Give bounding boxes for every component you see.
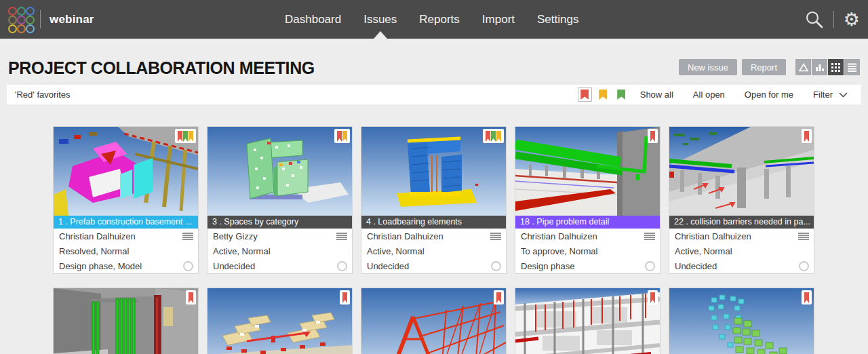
issue-status: To approve, Normal [521, 246, 597, 256]
card-menu-icon[interactable] [644, 233, 655, 240]
issue-phase: Undecided [213, 261, 255, 271]
nav-reports[interactable]: Reports [419, 0, 460, 39]
red-bookmark-icon [189, 292, 193, 303]
issue-card-row2-2[interactable] [207, 288, 353, 354]
nav-settings[interactable]: Settings [537, 0, 578, 39]
issue-thumbnail[interactable] [361, 288, 506, 354]
issue-thumbnail[interactable] [54, 127, 198, 216]
issue-title[interactable]: 1 . Prefab construction basement ... [54, 216, 198, 229]
issue-card-1[interactable]: 1 . Prefab construction basement ... Chr… [53, 126, 199, 274]
issue-card-4[interactable]: 4 . Loadbearing elements Christian Dalhu… [361, 126, 507, 274]
issue-card-3[interactable]: 3 . Spaces by category Betty Gizzy Activ… [207, 126, 353, 274]
logo-circle [26, 7, 35, 16]
bookmark-badge[interactable] [340, 290, 350, 304]
bookmark-badge[interactable] [802, 290, 812, 304]
issue-thumbnail[interactable] [208, 127, 352, 216]
chevron-down-icon [839, 92, 848, 98]
issue-title[interactable]: 3 . Spaces by category [208, 216, 352, 229]
grid-view-icon[interactable] [828, 59, 844, 75]
status-circle-icon[interactable] [799, 261, 809, 271]
issue-card-row2-3[interactable] [361, 288, 507, 354]
header-divider [833, 11, 834, 28]
issue-author: Christian Dalhuizen [675, 231, 751, 241]
logo-circle [17, 7, 26, 16]
list-view-icon[interactable] [844, 59, 860, 75]
issue-status: Active, Normal [213, 246, 271, 256]
status-circle-icon[interactable] [645, 261, 655, 271]
green-bookmark-filter[interactable] [614, 87, 629, 102]
issue-thumbnail[interactable] [669, 127, 814, 216]
logo-circle [26, 16, 35, 24]
issue-phase: Design phase [521, 261, 575, 271]
issue-status: Active, Normal [675, 246, 732, 256]
issue-thumbnail[interactable] [669, 288, 814, 354]
yellow-bookmark-icon [189, 131, 193, 142]
issue-card-row2-1[interactable] [53, 288, 199, 354]
issue-status: Resolved, Normal [59, 246, 129, 256]
issue-card-18[interactable]: 18 . Pipe problem detail Christian Dalhu… [515, 126, 660, 274]
issue-thumbnail[interactable] [208, 288, 352, 354]
model-view-icon[interactable] [795, 59, 811, 75]
status-circle-icon[interactable] [491, 261, 501, 271]
report-button[interactable]: Report [742, 59, 786, 75]
gear-icon[interactable]: ⚙ [844, 10, 860, 28]
bookmark-badge[interactable] [175, 129, 196, 143]
issue-title[interactable]: 18 . Pipe problem detail [515, 216, 660, 229]
bookmark-badge[interactable] [648, 290, 658, 304]
logo-circle [26, 24, 35, 33]
status-circle-icon[interactable] [183, 261, 193, 271]
issue-thumbnail[interactable] [515, 288, 660, 354]
red-bookmark-filter[interactable] [578, 87, 592, 102]
issue-thumbnail[interactable] [361, 127, 506, 216]
red-bookmark-icon [337, 131, 342, 142]
green-bookmark-icon [617, 90, 625, 100]
issue-card-22[interactable]: 22 . collision barriers needed in pa... … [669, 126, 814, 274]
bookmark-badge[interactable] [494, 290, 504, 304]
main-nav: Dashboard Issues Reports Import Settings [285, 0, 578, 39]
status-circle-icon[interactable] [337, 261, 347, 271]
card-menu-icon[interactable] [336, 233, 347, 240]
new-issue-button[interactable]: New issue [679, 59, 737, 75]
red-bookmark-icon [804, 131, 809, 142]
issue-title[interactable]: 22 . collision barriers needed in pa... [669, 216, 814, 229]
nav-dashboard[interactable]: Dashboard [285, 0, 341, 39]
bookmark-badge[interactable] [483, 129, 504, 143]
nav-import[interactable]: Import [482, 0, 515, 39]
nav-issues[interactable]: Issues [363, 0, 397, 39]
search-icon[interactable] [805, 10, 824, 29]
issue-status: Active, Normal [367, 246, 425, 256]
chart-view-icon[interactable] [812, 59, 827, 75]
bookmark-badge[interactable] [802, 129, 812, 143]
green-bookmark-icon [183, 131, 188, 142]
red-bookmark-icon [342, 292, 347, 303]
card-menu-icon[interactable] [182, 233, 193, 240]
filter-controls: Show all All open Open for me Filter [578, 87, 848, 102]
logo-circle [8, 24, 17, 33]
red-bookmark-icon [496, 292, 501, 303]
issue-author: Betty Gizzy [213, 231, 258, 241]
logo-circle [17, 16, 26, 24]
bookmark-badge[interactable] [334, 129, 350, 143]
all-open-link[interactable]: All open [693, 90, 725, 100]
filter-dropdown[interactable]: Filter [813, 90, 848, 100]
issue-card-row2-4[interactable] [515, 288, 660, 354]
bookmark-badge[interactable] [648, 129, 658, 143]
issues-grid: 1 . Prefab construction basement ... Chr… [53, 126, 814, 354]
issue-phase: Undecided [675, 261, 717, 271]
issue-phase: Design phase, Model [59, 261, 142, 271]
issue-phase: Undecided [367, 261, 409, 271]
open-for-me-link[interactable]: Open for me [745, 90, 793, 100]
card-menu-icon[interactable] [798, 233, 809, 240]
issue-thumbnail[interactable] [515, 127, 660, 216]
logo-circle [8, 7, 17, 16]
issue-title[interactable]: 4 . Loadbearing elements [361, 216, 506, 229]
bookmark-badge[interactable] [186, 290, 196, 304]
red-bookmark-icon [580, 90, 589, 100]
yellow-bookmark-filter[interactable] [596, 87, 610, 102]
show-all-link[interactable]: Show all [640, 90, 673, 100]
yellow-bookmark-icon [496, 131, 501, 142]
issue-card-row2-5[interactable] [669, 288, 814, 354]
card-menu-icon[interactable] [490, 233, 501, 240]
issue-thumbnail[interactable] [54, 288, 198, 354]
toolbar: New issue Report [679, 59, 860, 75]
